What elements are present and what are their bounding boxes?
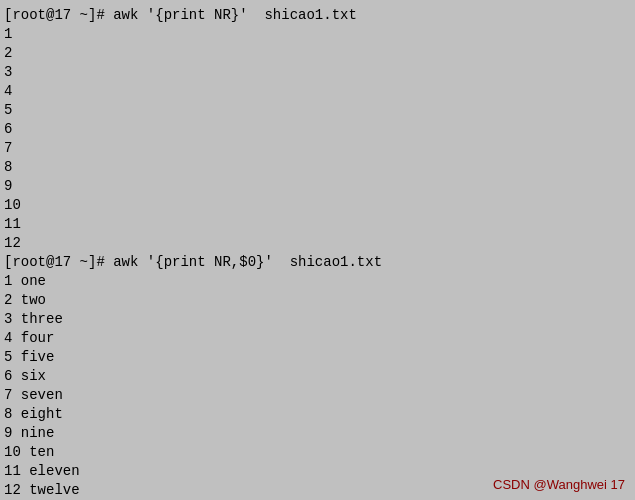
terminal-line: 10	[4, 196, 631, 215]
terminal-line: 7	[4, 139, 631, 158]
watermark: CSDN @Wanghwei 17	[493, 477, 625, 492]
terminal-window: [root@17 ~]# awk '{print NR}' shicao1.tx…	[0, 0, 635, 500]
terminal-output: [root@17 ~]# awk '{print NR}' shicao1.tx…	[4, 6, 631, 500]
terminal-line: 7 seven	[4, 386, 631, 405]
terminal-line: 5	[4, 101, 631, 120]
terminal-line: 4	[4, 82, 631, 101]
terminal-line: 9 nine	[4, 424, 631, 443]
terminal-line: 6 six	[4, 367, 631, 386]
terminal-line: 11	[4, 215, 631, 234]
terminal-line: 5 five	[4, 348, 631, 367]
terminal-line: 8 eight	[4, 405, 631, 424]
terminal-line: 6	[4, 120, 631, 139]
terminal-line: 2	[4, 44, 631, 63]
terminal-line: 2 two	[4, 291, 631, 310]
terminal-line: 10 ten	[4, 443, 631, 462]
terminal-line: 8	[4, 158, 631, 177]
terminal-line: [root@17 ~]# awk '{print NR,$0}' shicao1…	[4, 253, 631, 272]
terminal-line: 4 four	[4, 329, 631, 348]
terminal-line: 1 one	[4, 272, 631, 291]
terminal-line: 3	[4, 63, 631, 82]
terminal-line: 1	[4, 25, 631, 44]
terminal-line: 12	[4, 234, 631, 253]
terminal-line: 9	[4, 177, 631, 196]
terminal-line: [root@17 ~]# awk '{print NR}' shicao1.tx…	[4, 6, 631, 25]
terminal-line: 3 three	[4, 310, 631, 329]
